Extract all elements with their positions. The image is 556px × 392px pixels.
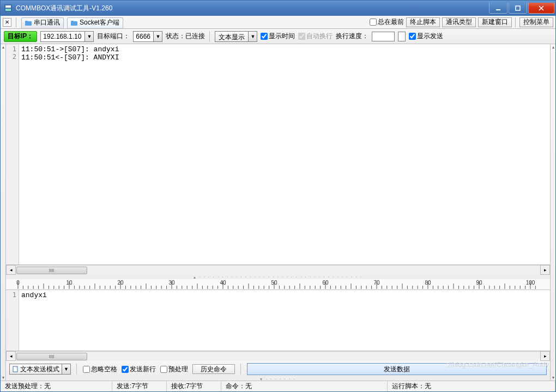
- send-mode-label: 文本发送模式: [20, 365, 59, 374]
- svg-text:60: 60: [322, 280, 329, 286]
- send-mode-combo[interactable]: 文本发送模式 ▼: [9, 364, 71, 375]
- chevron-down-icon[interactable]: ▾: [1, 375, 5, 380]
- close-tab-button[interactable]: ✕: [3, 18, 11, 27]
- status-bar: 发送预处理：无 发送:7字节 接收:7字节 命令：无 运行脚本：无: [1, 381, 555, 391]
- tab-socket[interactable]: Socket客户端: [67, 17, 123, 28]
- svg-text:90: 90: [476, 280, 482, 286]
- send-toolbar: 文本发送模式 ▼ 忽略空格 发送新行 预处理 历史命令 发送数据: [6, 361, 550, 377]
- svg-text:20: 20: [117, 280, 124, 286]
- send-h-scrollbar[interactable]: ◂ ▸: [6, 351, 550, 361]
- tab-serial[interactable]: 串口通讯: [21, 17, 64, 28]
- svg-text:0: 0: [16, 280, 20, 286]
- scroll-left-icon[interactable]: ◂: [6, 265, 16, 275]
- separator: [16, 17, 17, 27]
- send-data-button[interactable]: 发送数据: [247, 363, 547, 375]
- log-h-scrollbar[interactable]: ◂ ▸: [6, 265, 550, 275]
- wrap-speed-input[interactable]: [372, 32, 395, 41]
- show-time-checkbox[interactable]: 显示时间: [261, 32, 295, 41]
- send-editor: 1 andyxi: [6, 290, 550, 351]
- splitter-handle[interactable]: ▾ · · · · · · ·: [6, 377, 550, 381]
- auto-wrap-checkbox: 自动换行: [298, 32, 333, 41]
- status-label: 状态：已连接: [166, 32, 205, 41]
- svg-rect-10: [71, 21, 74, 22]
- send-newline-checkbox[interactable]: 发送新行: [122, 365, 156, 374]
- svg-rect-3: [496, 9, 500, 10]
- close-button[interactable]: [528, 3, 554, 14]
- svg-rect-124: [13, 366, 17, 372]
- ignore-space-checkbox[interactable]: 忽略空格: [83, 365, 117, 374]
- scrollbar-thumb[interactable]: [16, 353, 87, 360]
- port-input[interactable]: [134, 32, 153, 41]
- scroll-right-icon[interactable]: ▸: [540, 351, 550, 361]
- main-area: ▴ ▾ 12 11:50:51->[S07]: andyxi 11:50:51<…: [1, 44, 555, 381]
- status-recv: 接收:7字节: [167, 381, 221, 391]
- folder-icon: [25, 20, 32, 26]
- svg-text:80: 80: [425, 280, 431, 286]
- stop-script-button[interactable]: 终止脚本: [406, 17, 440, 27]
- scroll-right-icon[interactable]: ▸: [540, 265, 550, 275]
- separator: [515, 17, 516, 27]
- chevron-up-icon[interactable]: ▴: [551, 45, 555, 50]
- scroll-left-icon[interactable]: ◂: [6, 351, 16, 361]
- minimize-button[interactable]: [489, 3, 507, 14]
- wrap-speed-aux[interactable]: [398, 32, 406, 41]
- comm-type-button[interactable]: 通讯类型: [442, 17, 476, 27]
- separator: [76, 364, 77, 375]
- svg-rect-4: [516, 6, 520, 10]
- history-button[interactable]: 历史命令: [192, 364, 235, 374]
- svg-rect-1: [5, 5, 11, 8]
- window-title: COMMBOX通讯调试工具-V1.260: [16, 4, 489, 13]
- maximize-button[interactable]: [509, 3, 527, 14]
- tab-label: 串口通讯: [34, 18, 60, 27]
- titlebar[interactable]: COMMBOX通讯调试工具-V1.260: [1, 1, 555, 16]
- target-ip-button[interactable]: 目标IP：: [4, 31, 37, 42]
- connection-toolbar: 目标IP： ▼ 目标端口： ▼ 状态：已连接 文本显示 ▼ 显示时间 自动换行 …: [1, 29, 555, 44]
- chevron-down-icon[interactable]: ▼: [62, 364, 70, 374]
- status-preprocess: 发送预处理：无: [1, 381, 112, 391]
- app-window: COMMBOX通讯调试工具-V1.260 ✕ 串口通讯 Socket客户端 总在…: [0, 0, 556, 392]
- display-mode-combo[interactable]: 文本显示 ▼: [215, 31, 257, 42]
- right-sidebar-strip[interactable]: ▴ ▾: [550, 44, 555, 381]
- wrap-speed-label: 换行速度：: [336, 32, 368, 41]
- tab-bar: ✕ 串口通讯 Socket客户端 总在最前 终止脚本 通讯类型 新建窗口 控制菜…: [1, 16, 555, 29]
- svg-text:10: 10: [66, 280, 72, 286]
- show-send-checkbox[interactable]: 显示发送: [409, 32, 443, 41]
- new-window-button[interactable]: 新建窗口: [478, 17, 512, 27]
- line-gutter: 1: [6, 290, 19, 351]
- port-label: 目标端口：: [97, 32, 130, 41]
- svg-text:40: 40: [220, 280, 226, 286]
- chevron-down-icon[interactable]: ▼: [84, 32, 93, 41]
- chevron-down-icon[interactable]: ▼: [153, 32, 162, 41]
- status-script: 运行脚本：无: [388, 381, 555, 391]
- target-ip-input[interactable]: [41, 32, 84, 41]
- chevron-down-icon[interactable]: ▼: [248, 32, 257, 41]
- app-icon: [4, 4, 13, 13]
- chevron-down-icon[interactable]: ▾: [551, 375, 555, 380]
- log-text-area[interactable]: 11:50:51->[S07]: andyxi 11:50:51<-[S07]:…: [19, 44, 550, 264]
- send-text-area[interactable]: andyxi: [19, 290, 550, 351]
- always-front-checkbox[interactable]: 总在最前: [370, 17, 404, 27]
- svg-rect-2: [5, 9, 11, 11]
- document-icon: [12, 366, 19, 372]
- control-menu-button[interactable]: 控制菜单: [519, 17, 553, 27]
- svg-text:100: 100: [526, 280, 535, 286]
- port-combo[interactable]: ▼: [133, 31, 162, 42]
- folder-icon: [71, 20, 77, 26]
- svg-text:30: 30: [168, 280, 175, 286]
- status-cmd: 命令：无: [221, 381, 388, 391]
- log-editor: 12 11:50:51->[S07]: andyxi 11:50:51<-[S0…: [6, 44, 550, 265]
- svg-text:50: 50: [271, 280, 277, 286]
- preprocess-checkbox[interactable]: 预处理: [160, 365, 188, 374]
- chevron-up-icon[interactable]: ▴: [1, 45, 5, 50]
- separator: [209, 31, 210, 42]
- line-gutter: 12: [6, 44, 19, 264]
- column-ruler: 0102030405060708090100: [6, 279, 550, 290]
- target-ip-combo[interactable]: ▼: [40, 31, 94, 42]
- splitter-handle[interactable]: ▴ · · · · · · · · · · · · · · · · · · · …: [6, 275, 550, 279]
- separator: [240, 364, 241, 375]
- status-sent: 发送:7字节: [112, 381, 167, 391]
- scrollbar-thumb[interactable]: [16, 267, 87, 274]
- left-sidebar-strip[interactable]: ▴ ▾: [1, 44, 6, 381]
- tab-label: Socket客户端: [80, 18, 119, 27]
- display-mode-label: 文本显示: [215, 32, 248, 41]
